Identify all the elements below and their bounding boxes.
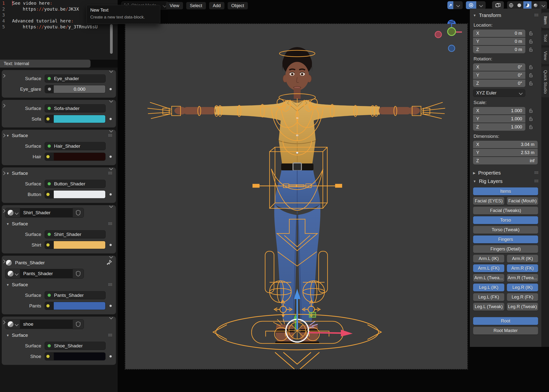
viewport-render-region[interactable] — [125, 24, 467, 369]
editor-scrollbar[interactable] — [110, 24, 113, 54]
keyframe-dot-icon[interactable] — [110, 193, 112, 196]
value-button-x[interactable]: X1.000 — [473, 107, 525, 114]
panel-header-properties[interactable]: ▶Properties⠿⠿ — [473, 169, 538, 177]
color-swatch-field[interactable] — [45, 302, 106, 310]
keyframe-dot-icon[interactable] — [110, 305, 112, 307]
panel-header-surface[interactable]: ▼Surface⠿⠿ — [2, 331, 116, 339]
material-preview-button[interactable] — [5, 208, 20, 218]
value-button-z[interactable]: Zinf — [473, 157, 538, 164]
value-button-z[interactable]: Z0° — [473, 80, 525, 87]
menu-object[interactable]: Object — [228, 2, 248, 9]
rig-layer-button[interactable]: Arm.R (Twea... — [507, 274, 538, 282]
unlock-icon[interactable] — [529, 117, 533, 121]
shader-input-field[interactable]: Shoe_Shader — [45, 342, 106, 350]
material-preview-button[interactable] — [5, 269, 20, 279]
value-button-y[interactable]: Y0° — [473, 71, 525, 79]
unlock-icon[interactable] — [529, 39, 533, 44]
keyframe-dot-icon[interactable] — [110, 156, 112, 158]
unlock-icon[interactable] — [529, 108, 533, 113]
shader-input-field[interactable]: Button_Shader — [45, 180, 106, 188]
unlock-icon[interactable] — [529, 73, 533, 78]
material-preview-button[interactable] — [5, 319, 20, 329]
value-button-z[interactable]: Z0 m — [473, 46, 525, 53]
snap-toggle[interactable] — [447, 1, 453, 9]
material-name-field[interactable]: shoe — [20, 320, 73, 329]
shader-input-field[interactable]: Shirt_Shader — [45, 230, 106, 238]
shading-wireframe-icon[interactable] — [507, 1, 515, 9]
shader-input-field[interactable]: Pants_Shader — [45, 291, 106, 299]
expand-arrow-icon[interactable] — [2, 321, 6, 324]
fake-user-shield-button[interactable] — [73, 208, 84, 218]
rig-layer-button[interactable]: Items — [473, 187, 538, 195]
shading-solid-icon[interactable] — [515, 1, 523, 9]
expand-arrow-icon[interactable] — [2, 209, 6, 213]
value-button-y[interactable]: Y1.000 — [473, 115, 525, 123]
text-datablock-label[interactable]: Text: Internal — [0, 60, 91, 68]
shading-material-preview-icon[interactable] — [523, 1, 531, 9]
menu-view[interactable]: View — [166, 2, 183, 9]
collapse-chevron-icon[interactable] — [109, 316, 113, 320]
unlock-icon[interactable] — [529, 65, 533, 70]
rig-layer-button[interactable]: Arm.L (FK) — [473, 264, 504, 272]
panel-header-surface[interactable]: ▼Surface⠿⠿ — [2, 169, 116, 177]
rig-layer-button[interactable]: Leg.L (FK) — [473, 293, 504, 301]
material-name-field[interactable]: Pants_Shader — [20, 269, 73, 278]
character-model[interactable] — [125, 24, 467, 369]
pin-icon[interactable] — [107, 260, 112, 266]
overlays-toggle[interactable] — [492, 1, 504, 9]
value-button-y[interactable]: Y0 m — [473, 38, 525, 45]
rig-layer-button[interactable]: Facial (Mouth) — [507, 197, 538, 205]
shader-input-field[interactable]: Hair_Shader — [45, 142, 106, 150]
expand-arrow-icon[interactable] — [2, 260, 6, 264]
panel-header-rig-layers[interactable]: ▼Rig Layers⠿⠿ — [473, 177, 538, 185]
value-button-x[interactable]: X0° — [473, 63, 525, 71]
sidebar-tab-tool[interactable]: Tool — [541, 30, 549, 45]
keyframe-dot-icon[interactable] — [110, 355, 112, 357]
rig-layer-button[interactable]: Fingers — [473, 235, 538, 243]
menu-add[interactable]: Add — [209, 2, 224, 9]
rig-layer-button[interactable]: Arm.L (Twea... — [473, 274, 504, 282]
rig-layer-button[interactable]: Arm.L (IK) — [473, 255, 504, 263]
color-swatch-field[interactable] — [45, 115, 106, 123]
shading-rendered-icon[interactable] — [531, 1, 540, 9]
rig-layer-button[interactable]: Root — [473, 317, 538, 325]
sidebar-tab-quick-studio[interactable]: Quick Studio — [541, 66, 549, 97]
rig-layer-button[interactable]: Arm.R (FK) — [507, 264, 538, 272]
rig-layer-button[interactable]: Leg.L (IK) — [473, 284, 504, 291]
rig-layer-button[interactable]: Torso (Tweak) — [473, 226, 538, 234]
rig-layer-button[interactable]: Arm.R (IK) — [507, 255, 538, 263]
fake-user-shield-button[interactable] — [73, 269, 84, 279]
color-swatch-field[interactable] — [45, 190, 106, 198]
keyframe-dot-icon[interactable] — [110, 244, 112, 246]
shader-input-field[interactable]: Eye_shader — [45, 74, 106, 83]
snap-options-dropdown[interactable] — [453, 1, 463, 9]
keyframe-dot-icon[interactable] — [110, 118, 112, 120]
sidebar-tab-item[interactable]: Item — [541, 13, 549, 28]
collapse-chevron-icon[interactable] — [109, 204, 113, 208]
sidebar-tab-view[interactable]: View — [541, 48, 549, 64]
unlock-icon[interactable] — [529, 47, 533, 52]
value-slider[interactable]: 0.000 — [45, 85, 106, 93]
rig-layer-button[interactable]: Root Master — [473, 327, 538, 335]
rig-layer-button[interactable]: Fingers (Detail) — [473, 245, 538, 253]
collapse-chevron-icon[interactable] — [109, 69, 113, 73]
fake-user-shield-button[interactable] — [73, 319, 84, 329]
rig-layer-button[interactable]: Leg.R (FK) — [507, 293, 538, 301]
color-swatch-field[interactable] — [45, 352, 106, 360]
collapse-chevron-icon[interactable] — [109, 255, 113, 259]
value-button-x[interactable]: X3.04 m — [473, 141, 538, 148]
panel-header-surface[interactable]: ▼Surface⠿⠿ — [2, 220, 116, 228]
rig-layer-button[interactable]: Torso — [473, 216, 538, 224]
rig-layer-button[interactable]: Leg.R (Tweak) — [507, 303, 538, 311]
color-swatch-field[interactable] — [45, 153, 106, 161]
menu-select[interactable]: Select — [186, 2, 206, 9]
rig-layer-button[interactable]: Facial (EYES) — [473, 197, 504, 205]
rig-layer-button[interactable]: Facial (Tweaks) — [473, 207, 538, 214]
color-swatch-field[interactable] — [45, 241, 106, 249]
proportional-editing-toggle[interactable] — [466, 1, 476, 9]
value-button-y[interactable]: Y2.53 m — [473, 149, 538, 156]
material-name-field[interactable]: Shirt_Shader — [20, 208, 73, 217]
value-button-z[interactable]: Z1.000 — [473, 123, 525, 131]
value-button-x[interactable]: X0 m — [473, 30, 525, 37]
rig-layer-button[interactable]: Leg.R (IK) — [507, 284, 538, 291]
